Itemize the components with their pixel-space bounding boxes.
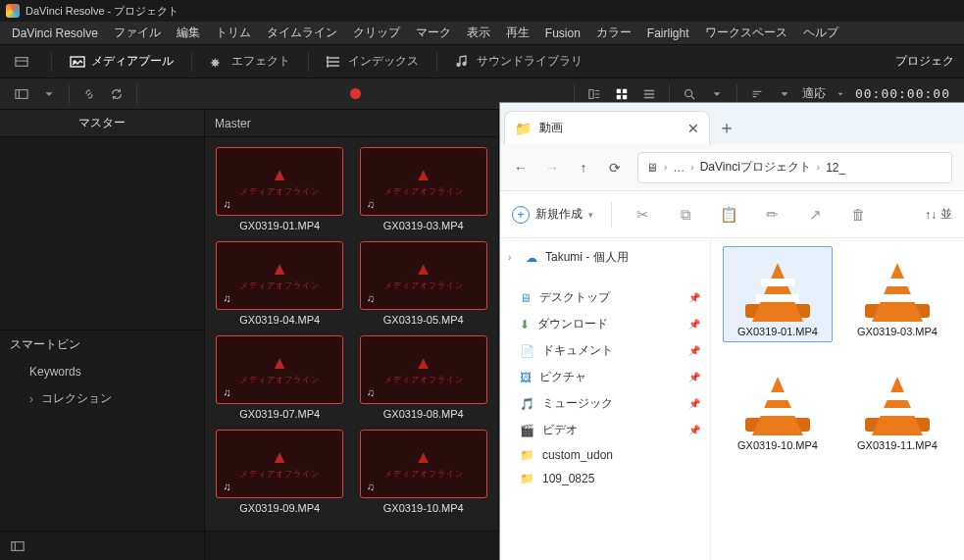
explorer-tab[interactable]: 📁 動画 ✕ — [504, 111, 710, 144]
offline-label: メディアオフライン — [240, 185, 320, 198]
media-clip[interactable]: ▲ メディアオフライン ♫ GX0319-09.MP4 — [213, 430, 347, 514]
media-clip[interactable]: ▲ メディアオフライン ♫ GX0319-07.MP4 — [213, 335, 347, 420]
media-clip[interactable]: ▲ メディアオフライン ♫ GX0319-08.MP4 — [357, 335, 491, 420]
cut-icon[interactable]: ✂ — [630, 206, 655, 224]
menu-item[interactable]: ヘルプ — [795, 25, 846, 41]
audio-icon: ♫ — [367, 386, 375, 398]
sync-icon[interactable] — [105, 82, 128, 106]
svg-rect-13 — [623, 94, 627, 98]
nav-up-icon[interactable]: ↑ — [575, 160, 592, 176]
menu-item[interactable]: トリム — [208, 25, 259, 41]
layout-icon[interactable] — [10, 50, 33, 74]
clip-label: GX0319-08.MP4 — [383, 408, 464, 420]
file-item[interactable]: GX0319-01.MP4 — [723, 246, 833, 342]
master-bin-header[interactable]: マスター — [0, 110, 204, 137]
svg-rect-9 — [589, 89, 593, 98]
menu-item[interactable]: カラー — [588, 25, 639, 41]
paste-icon[interactable]: 📋 — [716, 206, 741, 224]
media-clip[interactable]: ▲ メディアオフライン ♫ GX0319-01.MP4 — [213, 147, 347, 231]
menu-item[interactable]: Fairlight — [639, 26, 697, 40]
menu-item[interactable]: DaVinci Resolve — [4, 26, 106, 40]
svg-rect-12 — [617, 94, 621, 98]
menu-item[interactable]: タイムライン — [259, 25, 345, 41]
breadcrumb-item[interactable]: DaVinciプロジェクト — [700, 159, 811, 176]
breadcrumb[interactable]: 🖥 › … › DaVinciプロジェクト › 12_ — [637, 152, 952, 183]
rename-icon[interactable]: ✏ — [759, 206, 785, 224]
menu-item[interactable]: Fusion — [537, 26, 588, 40]
file-item[interactable]: GX0319-10.MP4 — [723, 360, 833, 456]
chevron-down-icon[interactable] — [836, 89, 845, 99]
new-button[interactable]: + 新規作成 ▾ — [512, 206, 593, 224]
sidebar-item-label: ピクチャ — [539, 369, 586, 385]
smartbin-collection[interactable]: ›コレクション — [0, 384, 204, 413]
vlc-cone-icon — [742, 251, 813, 322]
file-item[interactable]: GX0319-11.MP4 — [842, 360, 952, 456]
media-clip[interactable]: ▲ メディアオフライン ♫ GX0319-10.MP4 — [357, 430, 491, 514]
link-icon[interactable] — [77, 82, 101, 106]
offline-label: メディアオフライン — [383, 374, 463, 386]
sidebar-item-label: custom_udon — [542, 448, 613, 462]
app-logo-icon — [6, 4, 20, 18]
nav-back-icon[interactable]: ← — [512, 160, 530, 176]
fit-label[interactable]: 適応 — [802, 85, 826, 102]
tab-mediapool[interactable]: メディアプール — [70, 53, 174, 70]
offline-label: メディアオフライン — [383, 468, 463, 481]
file-item[interactable]: GX0319-03.MP4 — [842, 246, 952, 342]
nav-forward-icon[interactable]: → — [543, 160, 561, 176]
smartbin-header[interactable]: スマートビン — [0, 330, 204, 359]
chevron-down-icon[interactable] — [37, 82, 61, 106]
clip-label: GX0319-07.MP4 — [239, 408, 320, 420]
sidebar-item[interactable]: 🎵ミュージック📌 — [500, 390, 710, 417]
menu-item[interactable]: 表示 — [459, 25, 498, 41]
menu-item[interactable]: マーク — [408, 25, 459, 41]
warning-icon: ▲ — [271, 447, 288, 468]
audio-icon: ♫ — [367, 198, 375, 210]
audio-icon: ♫ — [223, 386, 230, 398]
menu-item[interactable]: 再生 — [498, 25, 537, 41]
pin-icon: 📌 — [688, 372, 700, 382]
sidebar-onedrive[interactable]: › ☁ Takumi - 個人用 — [500, 244, 710, 271]
new-tab-button[interactable]: ＋ — [710, 111, 743, 144]
sidebar-item[interactable]: 🖥デスクトップ📌 — [500, 284, 710, 311]
menu-item[interactable]: ワークスペース — [697, 25, 795, 41]
menu-item[interactable]: クリップ — [345, 25, 408, 41]
down-icon: ⬇ — [520, 318, 530, 331]
offline-label: メディアオフライン — [383, 280, 463, 292]
mediapool-panel: Master ▲ メディアオフライン ♫ GX0319-01.MP4 ▲ メディ… — [205, 110, 499, 531]
svg-point-5 — [327, 65, 329, 67]
more-icon[interactable]: … — [673, 161, 685, 175]
tab-soundlib[interactable]: サウンドライブラリ — [455, 53, 583, 70]
timecode-display[interactable]: 00:00:00:00 — [855, 86, 950, 101]
clip-label: GX0319-04.MP4 — [239, 314, 320, 326]
media-clip[interactable]: ▲ メディアオフライン ♫ GX0319-03.MP4 — [357, 147, 491, 231]
smartbin-keywords[interactable]: Keywords — [0, 359, 204, 384]
sidebar-item[interactable]: 🎬ビデオ📌 — [500, 417, 710, 443]
sidebar-onedrive-label: Takumi - 個人用 — [545, 249, 629, 266]
sidebar-item[interactable]: 📁109_0825 — [500, 467, 710, 490]
panel-toggle-icon[interactable] — [6, 535, 29, 558]
menu-item[interactable]: ファイル — [106, 25, 169, 41]
nav-refresh-icon[interactable]: ⟳ — [606, 160, 624, 176]
media-clip[interactable]: ▲ メディアオフライン ♫ GX0319-04.MP4 — [213, 241, 347, 326]
breadcrumb-item[interactable]: 12_ — [826, 161, 845, 175]
delete-icon[interactable]: 🗑 — [845, 206, 871, 223]
file-label: GX0319-10.MP4 — [737, 439, 818, 451]
sidebar-item-label: ミュージック — [542, 395, 613, 412]
clip-label: GX0319-01.MP4 — [239, 220, 320, 231]
panel-toggle-icon[interactable] — [10, 82, 33, 106]
sidebar-item[interactable]: 📁custom_udon — [500, 443, 710, 467]
mus-icon: 🎵 — [520, 397, 534, 411]
warning-icon: ▲ — [271, 259, 288, 280]
share-icon[interactable]: ↗ — [802, 206, 828, 224]
folder-icon: 📁 — [515, 121, 532, 136]
sidebar-item[interactable]: ⬇ダウンロード📌 — [500, 311, 710, 337]
sidebar-item[interactable]: 🖼ピクチャ📌 — [500, 364, 710, 390]
sidebar-item[interactable]: 📄ドキュメント📌 — [500, 337, 710, 364]
copy-icon[interactable]: ⧉ — [673, 206, 698, 224]
menu-item[interactable]: 編集 — [169, 25, 208, 41]
close-tab-icon[interactable]: ✕ — [687, 121, 699, 136]
tab-index[interactable]: インデックス — [327, 53, 419, 70]
media-clip[interactable]: ▲ メディアオフライン ♫ GX0319-05.MP4 — [357, 241, 491, 326]
sort-button[interactable]: ↑↓ 並 — [925, 206, 952, 223]
tab-effects[interactable]: エフェクト — [210, 53, 290, 70]
